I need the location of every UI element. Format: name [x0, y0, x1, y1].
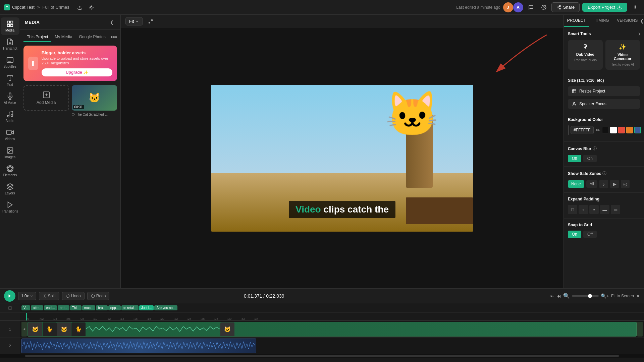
dub-video-card[interactable]: 🎙 Dub Video Translate audio: [568, 40, 603, 70]
close-zoom-btn[interactable]: ✕: [636, 293, 640, 299]
subtitle-chip-2[interactable]: easi...: [44, 305, 57, 310]
subtitle-chip-9[interactable]: Just l...: [139, 305, 154, 310]
color-preset-orange[interactable]: [626, 127, 633, 133]
zoom-in-icon-2[interactable]: 🔍+: [601, 293, 609, 299]
color-preset-red[interactable]: [618, 127, 625, 133]
share-button[interactable]: Share: [551, 2, 580, 12]
redo-button[interactable]: Redo: [87, 292, 110, 300]
snap-grid-off-btn[interactable]: Off: [583, 231, 597, 238]
zoom-slider[interactable]: [572, 295, 599, 297]
svg-line-32: [151, 19, 153, 21]
subtitle-chip-6[interactable]: bra...: [96, 305, 108, 310]
subtitle-chip-4[interactable]: Thi...: [70, 305, 82, 310]
subtitle-chip-1[interactable]: atte...: [31, 305, 43, 310]
preview-canvas: 🐱 Video clips catch the: [121, 28, 564, 288]
audio-clip-bar[interactable]: [21, 339, 256, 353]
sidebar-item-subtitles[interactable]: Subtitles: [1, 54, 19, 71]
subtitle-chip-10[interactable]: Are you no...: [154, 305, 177, 310]
tab-versions[interactable]: VERSIONS: [614, 15, 640, 27]
tab-timing[interactable]: TIMING: [589, 15, 615, 27]
tab-this-project[interactable]: This Project: [23, 33, 51, 42]
canvas-blur-on-btn[interactable]: On: [583, 155, 597, 162]
canvas-blur-off-btn[interactable]: Off: [568, 155, 581, 162]
color-preset-black[interactable]: [602, 127, 609, 133]
timeline-scrollbar-thumb[interactable]: [25, 355, 619, 357]
zoom-slider-thumb[interactable]: [588, 294, 592, 298]
brightness-btn[interactable]: [86, 2, 96, 12]
smart-tools-expand-btn[interactable]: ⟩: [638, 31, 640, 37]
project-name[interactable]: Full of Crimes: [43, 5, 69, 10]
zoom-in-icon[interactable]: ⇤: [550, 293, 554, 299]
subtitle-chip-5[interactable]: muc...: [82, 305, 95, 310]
sidebar-item-images[interactable]: Images: [1, 144, 19, 162]
video-clip-bar[interactable]: 🐱 🐈 🐱 🐈 🐱: [28, 322, 637, 337]
zoom-out-icon[interactable]: 🔍: [563, 293, 570, 299]
color-preset-white[interactable]: [610, 127, 617, 133]
preview-expand-button[interactable]: [146, 16, 156, 26]
tab-google-photos[interactable]: Google Photos: [75, 33, 109, 42]
size-header: Size (1:1, 9:16, etc): [568, 78, 640, 83]
add-media-button[interactable]: Add Media: [23, 85, 69, 111]
skip-back-icon[interactable]: ⏮: [556, 293, 561, 299]
right-panel-collapse-btn[interactable]: ❮: [640, 15, 644, 27]
instagram-safe-zone-icon[interactable]: ◎: [621, 180, 630, 188]
time-separator: /: [263, 293, 266, 299]
settings-btn[interactable]: [539, 2, 549, 12]
upload-btn[interactable]: [75, 2, 85, 12]
fit-to-screen-button[interactable]: Fit to Screen: [611, 294, 634, 298]
youtube-safe-zone-icon[interactable]: ▶: [610, 180, 619, 188]
export-project-button[interactable]: Export Project: [582, 3, 627, 12]
snap-grid-on-btn[interactable]: On: [568, 231, 581, 238]
media-item-0[interactable]: 🐱 00:31 The Cat Scratched ...: [72, 85, 117, 116]
canvas-blur-info-icon[interactable]: ⓘ: [593, 146, 597, 152]
padding-xl-btn[interactable]: ▭: [611, 205, 620, 214]
undo-button[interactable]: Undo: [62, 292, 85, 300]
expand-icon: [148, 19, 153, 24]
chat-btn[interactable]: [526, 2, 536, 12]
subtitle-chip-7[interactable]: opp...: [108, 305, 121, 310]
sidebar-item-media[interactable]: Media: [1, 17, 19, 35]
sidebar-item-audio[interactable]: AudIo: [1, 108, 19, 125]
panel-collapse-button[interactable]: ❮: [108, 18, 116, 26]
media-tab-more-btn[interactable]: •••: [111, 34, 117, 40]
color-preset-blue[interactable]: [634, 127, 641, 133]
sidebar-item-text[interactable]: Text: [1, 72, 19, 89]
padding-sm-btn[interactable]: ▫: [579, 205, 588, 214]
download-btn[interactable]: ⬇: [630, 2, 640, 12]
speed-button[interactable]: 1.0x: [18, 292, 36, 300]
tiktok-safe-zone-icon[interactable]: ♪: [599, 180, 608, 188]
safe-zone-none-btn[interactable]: None: [568, 180, 584, 188]
subtitle-chip-3[interactable]: or t...: [58, 305, 69, 310]
media-thumb-0[interactable]: 🐱 00:31: [72, 85, 117, 111]
padding-md-btn[interactable]: ▪: [589, 205, 599, 214]
sidebar-item-videos[interactable]: Videos: [1, 126, 19, 143]
padding-lg-btn[interactable]: ▬: [600, 205, 609, 214]
subtitle-chip-0[interactable]: V...: [21, 305, 30, 310]
sidebar-item-layers[interactable]: Layers: [1, 180, 19, 198]
speaker-focus-button[interactable]: Speaker Focus: [568, 99, 640, 109]
snap-to-grid-controls: On Off: [568, 231, 640, 238]
fit-dropdown-button[interactable]: Fit: [125, 17, 143, 25]
play-button[interactable]: [4, 290, 15, 302]
color-picker-btn[interactable]: ✏: [596, 127, 600, 133]
video-generator-card[interactable]: ✨ Video Generator Text to video AI: [605, 40, 640, 70]
sidebar-item-ai-voice[interactable]: AI Voice: [1, 90, 19, 107]
safe-zone-all-btn[interactable]: All: [586, 180, 597, 188]
track-1-left-handle[interactable]: ◀: [21, 322, 27, 337]
sidebar-item-elements[interactable]: Elements: [1, 162, 19, 180]
logo-icon: [4, 4, 10, 10]
upgrade-card-button[interactable]: Upgrade ✨: [42, 68, 112, 76]
track-1-right-handle[interactable]: [637, 322, 643, 337]
tab-my-media[interactable]: My Media: [51, 33, 75, 42]
upgrade-card-content: Bigger, bolder assets Upgrade to upload …: [42, 50, 112, 76]
safe-zones-info-icon[interactable]: ⓘ: [602, 171, 606, 176]
split-button[interactable]: Split: [39, 292, 59, 300]
bg-color-swatch[interactable]: [568, 125, 569, 135]
resize-project-button[interactable]: Resize Project: [568, 86, 640, 96]
subtitle-chip-8[interactable]: to retai...: [121, 305, 139, 310]
sidebar-item-transcript[interactable]: Transcript: [1, 36, 19, 53]
timeline-scrollbar[interactable]: [0, 354, 644, 358]
padding-none-btn[interactable]: □: [568, 205, 577, 214]
sidebar-item-transitions[interactable]: Transitions: [1, 198, 19, 216]
tab-project[interactable]: PROJECT: [564, 15, 589, 27]
